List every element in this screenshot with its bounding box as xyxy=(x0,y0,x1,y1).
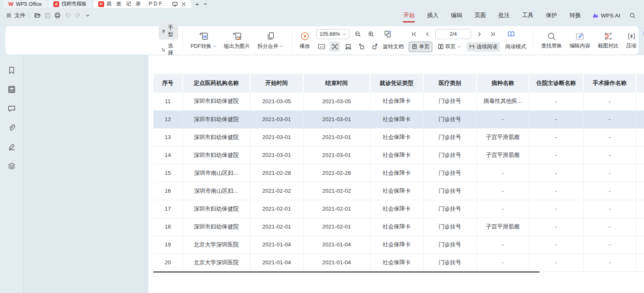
new-tab-plus-icon[interactable]: + xyxy=(195,1,199,7)
menu-item-protect[interactable]: 保护 xyxy=(539,8,563,23)
table-row[interactable]: 18深圳市妇幼保健院2021-02-012021-02-01社会保障卡门诊挂号子… xyxy=(153,218,644,236)
file-menu-button[interactable]: 文件 xyxy=(6,12,25,19)
divider xyxy=(533,31,533,50)
document-viewport[interactable]: 序号定点医药机构名称开始时间结束时间就诊凭证类型医疗类别病种名称住院主诊断名称手… xyxy=(23,55,644,293)
single-page-button[interactable]: 单页 xyxy=(409,42,432,52)
column-header: 序号 xyxy=(153,74,182,92)
cursor-icon xyxy=(162,47,166,53)
continuous-read-button[interactable]: 连续阅读 xyxy=(467,42,500,52)
menu-item-tools[interactable]: 工具 xyxy=(516,8,539,23)
fit-page-button[interactable] xyxy=(329,42,340,52)
table-row[interactable]: 15深圳市南山区妇...2021-02-282021-02-28社会保障卡门诊挂… xyxy=(153,164,644,182)
rotate-right-icon xyxy=(372,43,378,50)
table-cell: 2021-02-01 xyxy=(303,218,370,236)
layers-panel-button[interactable] xyxy=(6,160,17,172)
split-merge-label: 拆分合并 xyxy=(257,43,278,50)
fit-page-icon xyxy=(332,43,338,50)
table-cell: 2021-02-02 xyxy=(250,182,303,200)
menu-item-page[interactable]: 页面 xyxy=(468,8,492,23)
rotate-right-button[interactable] xyxy=(369,42,380,52)
double-page-button[interactable]: 双页 xyxy=(435,42,464,52)
table-cell: 社会保障卡 xyxy=(370,164,423,182)
export-image-button[interactable]: 输出为图片 xyxy=(220,31,254,50)
page-indicator-input[interactable] xyxy=(435,29,471,39)
attachments-panel-button[interactable] xyxy=(6,122,17,134)
rotate-pages-button[interactable] xyxy=(382,29,393,39)
tab-document-pdf[interactable]: P 就 医 记 录 .PDF xyxy=(93,0,191,8)
bookmarks-panel-button[interactable] xyxy=(6,65,17,76)
pdf-convert-icon: W xyxy=(199,31,209,41)
read-mode-top-button[interactable] xyxy=(506,29,516,39)
read-mode-button[interactable]: 阅读模式 xyxy=(503,42,529,52)
tab-label: WPS Office xyxy=(16,1,42,7)
save-button[interactable] xyxy=(42,10,52,20)
print-button[interactable] xyxy=(52,10,62,20)
comments-panel-button[interactable] xyxy=(6,103,17,114)
table-cell: - xyxy=(529,110,583,128)
table-row[interactable]: 13深圳市妇幼保健院2021-03-012021-03-01社会保障卡门诊挂号子… xyxy=(153,128,644,146)
table-cell: 门诊挂号 xyxy=(423,182,477,200)
menu-item-insert[interactable]: 插入 xyxy=(421,8,444,23)
menu-item-edit[interactable]: 编辑 xyxy=(444,8,468,23)
redo-button[interactable] xyxy=(72,10,82,20)
first-page-button[interactable] xyxy=(409,29,419,39)
table-cell: 门诊挂号 xyxy=(423,110,477,128)
table-row[interactable]: 12深圳市妇幼保健院2021-03-012021-03-01社会保障卡门诊挂号-… xyxy=(153,110,644,128)
zoom-in-button[interactable] xyxy=(366,29,376,39)
table-cell: 门诊挂号 xyxy=(423,236,477,253)
table-row[interactable]: 14深圳市妇幼保健院2021-03-012021-03-01社会保障卡门诊挂号子… xyxy=(153,146,644,164)
tab-list-chevron-icon[interactable] xyxy=(203,2,207,6)
table-header-row: 序号定点医药机构名称开始时间结束时间就诊凭证类型医疗类别病种名称住院主诊断名称手… xyxy=(153,74,644,92)
toolbar: 手型 选择 W PDF转换 输出为图片 拆分合并 xyxy=(5,26,639,55)
find-replace-button[interactable]: 查找替换 xyxy=(537,32,566,50)
save-icon xyxy=(45,12,51,19)
rotate-doc-label[interactable]: 旋转文档 xyxy=(383,43,404,50)
menu-item-convert[interactable]: 转换 xyxy=(563,8,587,23)
menu-item-wps-ai[interactable]: WPS AI xyxy=(587,12,625,19)
prev-page-button[interactable] xyxy=(422,29,432,39)
tab-docer-templates[interactable]: d 找稻壳模板 xyxy=(48,0,92,8)
zoom-level-dropdown[interactable]: 105.88% xyxy=(316,29,349,39)
cast-screen-icon[interactable] xyxy=(172,1,178,7)
signature-panel-button[interactable] xyxy=(6,141,17,153)
column-header-partial xyxy=(636,74,644,92)
export-image-icon xyxy=(232,31,242,41)
table-cell: 深圳市妇幼保健院 xyxy=(182,146,250,164)
continuous-icon xyxy=(469,44,475,50)
fit-width-button[interactable] xyxy=(343,42,353,52)
menu-search-button[interactable] xyxy=(625,12,638,19)
rotate-left-button[interactable] xyxy=(356,42,367,52)
tab-wps-office[interactable]: W WPS Office xyxy=(3,0,47,8)
screenshot-compare-button[interactable]: 截图对比 xyxy=(594,32,622,50)
table-cell: 深圳市南山区妇... xyxy=(182,182,250,200)
hand-tool-button[interactable]: 手型 xyxy=(159,23,178,40)
zoom-level-value: 105.88% xyxy=(320,31,340,37)
column-header: 病种名称 xyxy=(477,74,529,92)
play-button[interactable]: 播放 xyxy=(296,31,314,50)
undo-button[interactable] xyxy=(62,10,72,20)
zoom-out-button[interactable] xyxy=(352,29,363,39)
quick-access-chevron[interactable] xyxy=(82,10,92,20)
table-row[interactable]: 19北京大学深圳医院2021-01-042021-01-04社会保障卡门诊挂号-… xyxy=(153,236,644,253)
split-merge-button[interactable]: 拆分合并 xyxy=(254,31,287,50)
actual-size-button[interactable]: 1:1 xyxy=(316,42,327,52)
table-row[interactable]: 16深圳市南山区妇...2021-02-022021-02-02社会保障卡门诊挂… xyxy=(153,182,644,200)
thumbnails-panel-button[interactable] xyxy=(6,84,17,95)
open-file-button[interactable] xyxy=(32,10,42,20)
table-row[interactable]: 17深圳市妇幼保健院2021-02-012021-02-01社会保障卡门诊挂号-… xyxy=(153,200,644,218)
close-icon[interactable] xyxy=(181,2,186,7)
table-cell: 18 xyxy=(153,218,182,236)
edit-content-button[interactable]: 编辑内容 xyxy=(566,32,594,50)
divider xyxy=(29,12,29,19)
compress-button[interactable]: 压缩 xyxy=(622,32,640,50)
table-row[interactable]: 20北京大学深圳医院2021-01-042021-01-04社会保障卡门诊挂号-… xyxy=(153,253,644,271)
table-row[interactable]: 11深圳市妇幼保健院2021-03-052021-03-05社会保障卡门诊挂号病… xyxy=(153,92,644,110)
menu-item-home[interactable]: 开始 xyxy=(397,8,421,23)
single-page-icon xyxy=(412,44,417,50)
chevron-down-icon xyxy=(342,32,346,36)
next-page-button[interactable] xyxy=(474,29,484,39)
pdf-convert-button[interactable]: W PDF转换 xyxy=(187,31,220,50)
menu-item-annotate[interactable]: 批注 xyxy=(492,8,516,23)
table-cell: 2021-02-02 xyxy=(303,182,370,200)
last-page-button[interactable] xyxy=(487,29,498,39)
